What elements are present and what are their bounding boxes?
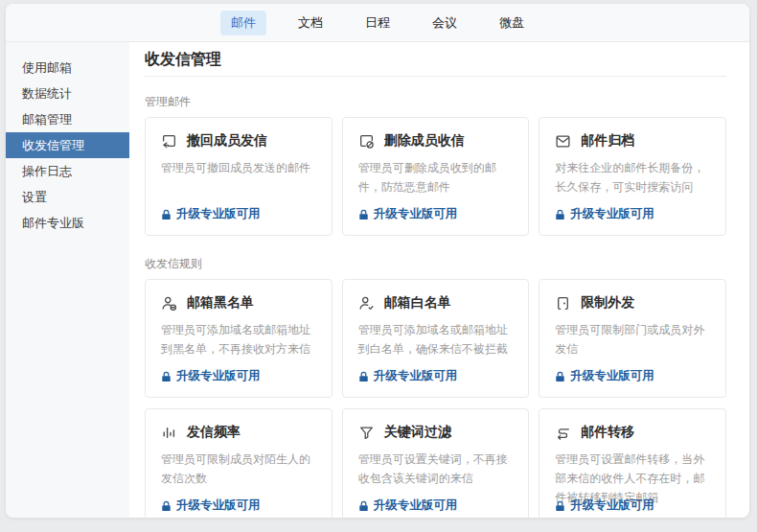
sidebar-item-data-stats[interactable]: 数据统计 xyxy=(6,81,129,106)
lock-icon xyxy=(358,209,369,220)
lock-icon xyxy=(555,371,565,382)
card-description: 管理员可撤回成员发送的邮件 xyxy=(161,158,316,177)
sidebar-item-operation-log[interactable]: 操作日志 xyxy=(6,158,129,184)
restrict-outgoing-icon xyxy=(555,295,571,312)
tab-mail[interactable]: 邮件 xyxy=(220,11,266,35)
sidebar-item-mailbox-management[interactable]: 邮箱管理 xyxy=(6,106,129,132)
lock-icon xyxy=(358,500,369,512)
tab-meeting[interactable]: 会议 xyxy=(422,11,468,35)
card-delete-member-inbox[interactable]: 删除成员收信 管理员可删除成员收到的邮件，防范恶意邮件 升级专业版可用 xyxy=(342,117,530,236)
keyword-filter-icon xyxy=(358,425,375,441)
lock-icon xyxy=(555,500,565,512)
top-navigation: 邮件 文档 日程 会议 微盘 xyxy=(6,4,749,42)
page-title: 收发信管理 xyxy=(145,50,726,69)
card-recall-member-mail[interactable]: 撤回成员发信 管理员可撤回成员发送的邮件 升级专业版可用 xyxy=(145,117,333,236)
main-content: 收发信管理 管理邮件 撤回成员发信 管理员可撤回成员发送的邮件 xyxy=(129,42,749,518)
card-description: 管理员可添加域名或邮箱地址到黑名单，不再接收对方来信 xyxy=(161,320,316,359)
card-description: 管理员可设置关键词，不再接收包含该关键词的来信 xyxy=(358,450,514,488)
card-title: 撤回成员发信 xyxy=(187,132,267,150)
title-divider xyxy=(145,76,726,77)
lock-icon xyxy=(161,209,172,220)
section-label-send-receive-rules: 收发信规则 xyxy=(145,256,726,272)
upgrade-pro-label: 升级专业版可用 xyxy=(570,206,654,222)
card-description: 管理员可删除成员收到的邮件，防范恶意邮件 xyxy=(358,158,514,197)
card-grid-manage-mail: 撤回成员发信 管理员可撤回成员发送的邮件 升级专业版可用 xyxy=(145,117,726,236)
upgrade-pro-link[interactable]: 升级专业版可用 xyxy=(555,206,654,222)
tab-drive[interactable]: 微盘 xyxy=(489,11,535,35)
upgrade-pro-link[interactable]: 升级专业版可用 xyxy=(555,368,654,384)
card-title: 邮件转移 xyxy=(581,424,634,441)
mail-transfer-icon xyxy=(555,425,571,441)
upgrade-pro-link[interactable]: 升级专业版可用 xyxy=(161,206,261,222)
recall-mail-icon xyxy=(161,133,177,150)
upgrade-pro-link[interactable]: 升级专业版可用 xyxy=(555,497,654,514)
upgrade-pro-link[interactable]: 升级专业版可用 xyxy=(161,497,261,514)
card-description: 对来往企业的邮件长期备份，长久保存，可实时搜索访问 xyxy=(555,158,710,197)
tab-schedule[interactable]: 日程 xyxy=(355,11,401,35)
sidebar: 使用邮箱 数据统计 邮箱管理 收发信管理 操作日志 设置 邮件专业版 xyxy=(6,42,129,518)
upgrade-pro-label: 升级专业版可用 xyxy=(176,368,261,384)
card-mail-transfer[interactable]: 邮件转移 管理员可设置邮件转移，当外部来信的收件人不存在时，邮件被转移到特定邮箱… xyxy=(539,408,726,518)
upgrade-pro-label: 升级专业版可用 xyxy=(374,497,458,514)
lock-icon xyxy=(161,500,172,512)
card-title: 邮件归档 xyxy=(581,132,634,150)
card-mailbox-whitelist[interactable]: 邮箱白名单 管理员可添加域名或邮箱地址到白名单，确保来信不被拦截 升级专业版可用 xyxy=(342,279,530,398)
card-restrict-outgoing[interactable]: 限制外发 管理员可限制部门或成员对外发信 升级专业版可用 xyxy=(539,279,726,398)
whitelist-icon xyxy=(358,295,375,312)
card-title: 删除成员收信 xyxy=(384,132,465,150)
upgrade-pro-label: 升级专业版可用 xyxy=(374,206,458,222)
upgrade-pro-label: 升级专业版可用 xyxy=(176,497,261,514)
delete-inbox-icon xyxy=(358,133,375,150)
blacklist-icon xyxy=(161,295,177,312)
card-send-frequency[interactable]: 发信频率 管理员可限制成员对陌生人的发信次数 升级专业版可用 xyxy=(145,408,333,518)
sidebar-item-send-receive-management[interactable]: 收发信管理 xyxy=(6,132,129,158)
card-description: 管理员可限制部门或成员对外发信 xyxy=(555,320,710,359)
section-label-manage-mail: 管理邮件 xyxy=(145,94,726,110)
lock-icon xyxy=(555,209,565,220)
mail-archive-icon xyxy=(555,133,571,150)
send-frequency-icon xyxy=(161,425,177,441)
tab-docs[interactable]: 文档 xyxy=(287,11,333,35)
card-mail-archive[interactable]: 邮件归档 对来往企业的邮件长期备份，长久保存，可实时搜索访问 升级专业版可用 xyxy=(539,117,726,236)
lock-icon xyxy=(358,371,369,382)
upgrade-pro-label: 升级专业版可用 xyxy=(570,368,654,384)
card-title: 限制外发 xyxy=(581,294,634,312)
card-title: 发信频率 xyxy=(187,424,241,441)
card-grid-rules: 邮箱黑名单 管理员可添加域名或邮箱地址到黑名单，不再接收对方来信 升级专业版可用 xyxy=(145,279,726,518)
card-keyword-filter[interactable]: 关键词过滤 管理员可设置关键词，不再接收包含该关键词的来信 升级专业版可用 xyxy=(342,408,530,518)
card-title: 关键词过滤 xyxy=(384,424,451,441)
upgrade-pro-link[interactable]: 升级专业版可用 xyxy=(161,368,261,384)
card-description: 管理员可限制成员对陌生人的发信次数 xyxy=(161,450,316,488)
upgrade-pro-link[interactable]: 升级专业版可用 xyxy=(358,206,458,222)
upgrade-pro-label: 升级专业版可用 xyxy=(374,368,458,384)
lock-icon xyxy=(161,371,172,382)
card-title: 邮箱黑名单 xyxy=(187,294,254,312)
upgrade-pro-link[interactable]: 升级专业版可用 xyxy=(358,497,458,514)
card-description: 管理员可添加域名或邮箱地址到白名单，确保来信不被拦截 xyxy=(358,320,514,359)
card-mailbox-blacklist[interactable]: 邮箱黑名单 管理员可添加域名或邮箱地址到黑名单，不再接收对方来信 升级专业版可用 xyxy=(145,279,333,398)
upgrade-pro-label: 升级专业版可用 xyxy=(176,206,261,222)
sidebar-item-settings[interactable]: 设置 xyxy=(6,184,129,210)
upgrade-pro-link[interactable]: 升级专业版可用 xyxy=(358,368,458,384)
app-window: 邮件 文档 日程 会议 微盘 使用邮箱 数据统计 邮箱管理 收发信管理 操作日志… xyxy=(6,4,749,518)
upgrade-pro-label: 升级专业版可用 xyxy=(570,497,654,514)
sidebar-item-use-mailbox[interactable]: 使用邮箱 xyxy=(6,55,129,81)
card-title: 邮箱白名单 xyxy=(384,294,451,312)
sidebar-item-mail-pro[interactable]: 邮件专业版 xyxy=(6,210,129,236)
